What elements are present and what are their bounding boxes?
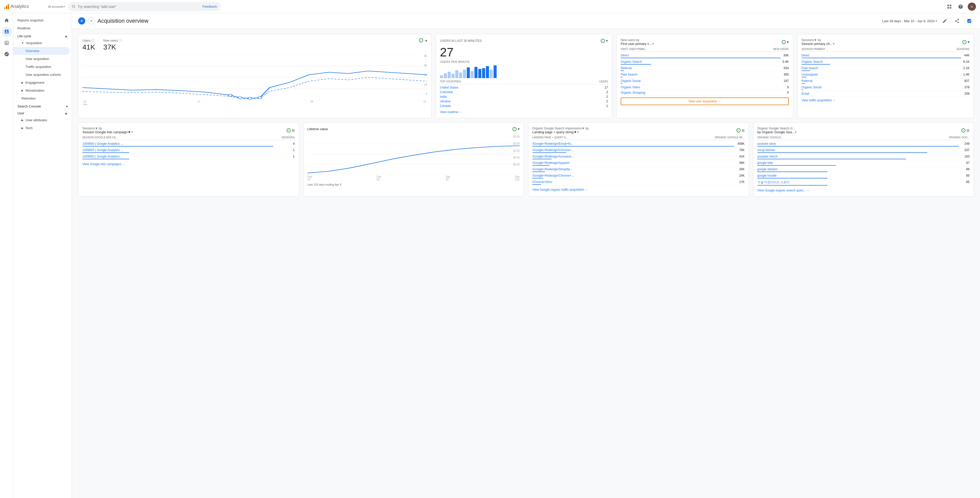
sidebar-item-user-acquisition[interactable]: User acquisition <box>13 55 70 63</box>
row-name[interactable]: 1009693 | Google Analytics ... <box>83 155 128 158</box>
organic-search-filter-icon[interactable]: ⊞ <box>966 128 969 132</box>
view-organic-search-link[interactable]: View Google organic search queri... → <box>757 189 970 192</box>
row-name[interactable]: Organic Search <box>620 60 778 64</box>
organic-search-title2[interactable]: by Organic Google Sea... ▾ <box>757 130 962 134</box>
sidebar-item-retention[interactable]: Retention <box>13 94 70 102</box>
table-row: Paid Search 365 <box>620 72 789 78</box>
new-users-title[interactable]: New users by <box>620 38 781 42</box>
sidebar-item-user-attributes[interactable]: ▶ User attributes <box>13 116 70 124</box>
realtime-actions: ▾ <box>601 38 608 43</box>
row-name[interactable]: Paid Search <box>620 73 778 76</box>
row-name[interactable]: Direct <box>620 54 778 57</box>
insights-button[interactable] <box>965 16 974 25</box>
row-name[interactable]: /Google+Redesign/Emoji+Ki... <box>532 142 735 145</box>
all-accounts-label[interactable]: All accounts ▾ <box>48 5 65 8</box>
grid-icon[interactable] <box>945 3 953 11</box>
row-name[interactable]: emoji kitchen <box>757 148 959 152</box>
row-name[interactable]: Unassigned <box>802 73 959 76</box>
sidebar-section-search-console[interactable]: Search Console ▾ <box>13 102 72 109</box>
organic-search-title[interactable]: Organic Google Search cl... <box>757 127 962 130</box>
row-name[interactable]: google hoodie <box>757 174 959 177</box>
row-name[interactable]: 1009693 | Google Analytics ... <box>83 142 128 145</box>
lifetime-more-icon[interactable]: ▾ <box>517 127 520 132</box>
row-name[interactable]: 1009693 | Google Analytics ... <box>83 148 128 152</box>
nav-explore-icon[interactable] <box>2 38 12 48</box>
country-name[interactable]: Canada <box>440 104 451 108</box>
sidebar-item-acquisition[interactable]: ▼ Acquisition <box>13 39 70 47</box>
row-name[interactable]: /Google+Redesign/Shop/by... <box>532 167 735 171</box>
avatar[interactable]: U <box>968 3 976 11</box>
new-users-title2[interactable]: First user primary c... ▾ <box>620 42 781 46</box>
organic-impressions-filter-icon[interactable]: ⊞ <box>741 128 745 132</box>
sessions-more-icon[interactable]: ▾ <box>967 40 969 45</box>
country-name[interactable]: India <box>440 95 447 99</box>
country-name[interactable]: Colombia <box>440 91 453 94</box>
realtime-bar <box>490 70 493 78</box>
sidebar-item-user-acquisition-cohorts[interactable]: User acquisition cohorts <box>13 71 70 79</box>
realtime-more-icon[interactable]: ▾ <box>606 38 608 43</box>
row-name[interactable]: Referral <box>620 66 778 70</box>
feedback-link[interactable]: Feedback <box>202 5 217 8</box>
view-google-ads-link[interactable]: View Google Ads campaigns → <box>83 162 295 166</box>
row-name[interactable]: Paid Search <box>802 66 959 70</box>
google-ads-title2[interactable]: Session Google Ads campaign▼ ▾ <box>83 130 286 134</box>
organic-impressions-title[interactable]: Organic Google Search impressions▼ by <box>532 127 737 130</box>
search-input[interactable] <box>78 5 200 9</box>
date-range-picker[interactable]: Last 28 days : Mar 10 - Apr 6, 2024 ▾ <box>882 19 937 23</box>
organic-impressions-card: Organic Google Search impressions▼ by La… <box>528 122 749 197</box>
sidebar-item-monetization[interactable]: ▶ Monetization <box>13 86 70 94</box>
row-name[interactable]: /Google+Redesign/Chrome+... <box>532 148 735 152</box>
sidebar-section-user[interactable]: User ▲ <box>13 109 72 116</box>
row-name[interactable]: /Google+Redesign/Apparel <box>532 161 735 165</box>
google-ads-filter-icon[interactable]: ⊞ <box>292 128 295 132</box>
view-user-acquisition-button[interactable]: View user acquisition → <box>620 97 789 105</box>
row-name[interactable]: Referral <box>802 79 959 83</box>
sessions-title2[interactable]: Session primary ch... ▾ <box>802 42 963 46</box>
row-name[interactable]: Organic Shopping <box>620 91 778 94</box>
row-name[interactable]: /Chrome+Dino <box>532 180 735 184</box>
row-name[interactable]: youtube store <box>757 142 959 145</box>
add-comparison-button[interactable]: + <box>88 18 95 24</box>
help-icon[interactable] <box>956 3 965 11</box>
row-bar <box>532 153 566 153</box>
row-name[interactable]: Organic Video <box>620 86 778 89</box>
row-value: 554 <box>779 66 789 70</box>
nav-advertising-icon[interactable] <box>2 49 12 59</box>
sidebar-section-lifecycle[interactable]: Life cycle ▲ <box>13 32 72 39</box>
sidebar-item-tech[interactable]: ▶ Tech <box>13 124 70 132</box>
google-ads-title[interactable]: Sessions▼ by <box>83 127 286 130</box>
view-realtime-link[interactable]: View realtime → <box>440 110 608 114</box>
view-traffic-acquisition-link[interactable]: View traffic acquisition → <box>802 99 969 102</box>
row-name[interactable]: google bike <box>757 161 959 165</box>
row-name[interactable]: Email <box>802 92 959 95</box>
sidebar-item-engagement[interactable]: ▶ Engagement <box>13 79 70 86</box>
row-name[interactable]: Organic Social <box>802 86 959 89</box>
sidebar-item-label: Realtime <box>18 26 30 30</box>
sessions-title[interactable]: Sessions▼ by <box>802 38 963 42</box>
row-name[interactable]: /Google+Redesign/Chrome+... <box>532 174 735 177</box>
sidebar-item-reports-snapshot[interactable]: Reports snapshot <box>13 16 70 24</box>
sidebar-item-traffic-acquisition[interactable]: Traffic acquisition <box>13 63 70 71</box>
row-name[interactable]: Direct <box>802 54 959 57</box>
view-organic-traffic-link[interactable]: View Google organic traffic acquisition … <box>532 188 745 191</box>
realtime-bar <box>448 72 451 78</box>
more-options-icon[interactable]: ▾ <box>425 38 427 43</box>
country-name[interactable]: United States <box>440 86 458 89</box>
row-name[interactable]: 구글 미찬다이즈 스토어 <box>757 180 959 185</box>
edit-report-button[interactable] <box>940 16 950 25</box>
row-name[interactable]: youtube merch <box>757 155 959 158</box>
organic-impressions-title2[interactable]: Landing page + query string▼ ▾ <box>532 130 737 134</box>
country-name[interactable]: Ukraine <box>440 100 450 103</box>
table-row: Direct 44K <box>802 53 969 59</box>
sidebar-item-realtime[interactable]: Realtime <box>13 24 70 32</box>
nav-reports-icon[interactable] <box>2 27 12 37</box>
share-button[interactable] <box>953 16 962 25</box>
sidebar-item-overview[interactable]: Overview <box>13 47 70 55</box>
nav-home-icon[interactable] <box>2 15 12 25</box>
new-users-more-icon[interactable]: ▾ <box>787 40 789 45</box>
row-bar <box>83 146 273 146</box>
row-name[interactable]: Organic Social <box>620 79 778 83</box>
row-name[interactable]: /Google+Redesign/Accessor... <box>532 155 735 158</box>
row-name[interactable]: Organic Search <box>802 60 959 64</box>
row-name[interactable]: google stickers <box>757 167 959 171</box>
